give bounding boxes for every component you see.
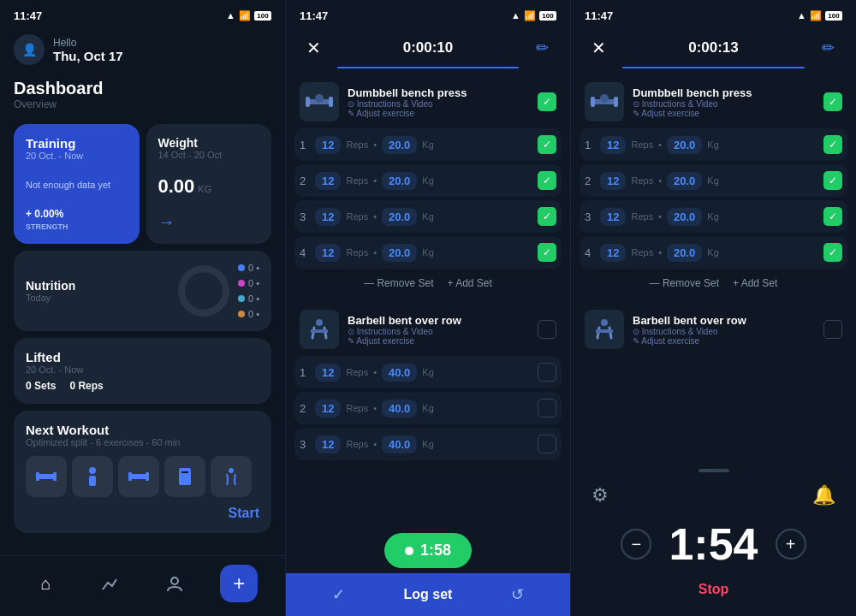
- nut-bar-2: 0 •: [238, 278, 259, 288]
- arrow-right-icon: →: [158, 212, 260, 232]
- dashboard-title: Dashboard: [14, 79, 271, 98]
- exercise-unchecked-2[interactable]: [538, 320, 556, 339]
- close-button-2[interactable]: ✕: [300, 34, 327, 62]
- workout-img-3: [118, 456, 159, 497]
- add-set-3-1[interactable]: + Add Set: [733, 277, 777, 289]
- lifted-title: Lifted: [26, 350, 259, 364]
- set-row-1-3: 3 12 Reps • 20.0 Kg ✓: [294, 200, 562, 233]
- status-icons-2: ▲ 📶 100: [511, 10, 556, 21]
- nav-chart-icon[interactable]: [92, 565, 129, 602]
- set-actions-1: — Remove Set + Add Set: [294, 272, 562, 296]
- weight-title: Weight: [158, 136, 260, 150]
- log-set-label[interactable]: Log set: [404, 587, 453, 602]
- log-history-icon[interactable]: ↺: [511, 585, 524, 604]
- panel-workout-timer: 11:47 ▲ 📶 100 ✕ 0:00:13 ✏: [571, 0, 856, 616]
- dashboard-section: Dashboard Overview: [0, 75, 285, 117]
- bell-icon[interactable]: 🔔: [812, 484, 835, 506]
- svg-rect-20: [614, 97, 618, 107]
- strength-badge: + 0.00% STRENGTH: [26, 208, 128, 232]
- panel-dashboard: 11:47 ▲ 📶 100 👤 Hello Thu, Oct 17 Dashbo…: [0, 0, 285, 616]
- workout-img-2: [72, 456, 113, 497]
- add-set-1[interactable]: + Add Set: [447, 277, 491, 289]
- svg-rect-0: [38, 474, 55, 479]
- edit-button-2[interactable]: ✏: [529, 34, 556, 62]
- timer-dot: [405, 547, 413, 555]
- time-3: 11:47: [585, 9, 613, 22]
- svg-rect-4: [89, 476, 96, 486]
- top-cards-row: Training 20 Oct. - Now Not enough data y…: [0, 117, 285, 251]
- set-row-1-4: 4 12 Reps • 20.0 Kg ✓: [294, 236, 562, 269]
- remove-set-1[interactable]: — Remove Set: [364, 277, 433, 289]
- log-set-bar: ✓ Log set ↺: [286, 573, 570, 616]
- set-check-3-1-3[interactable]: ✓: [823, 207, 842, 226]
- set-check-1-4[interactable]: ✓: [538, 243, 556, 262]
- exercise-info-3-2: Barbell bent over row ⊙ Instructions & V…: [633, 314, 815, 346]
- hello-label: Hello: [53, 37, 123, 49]
- remove-set-3-1[interactable]: — Remove Set: [650, 277, 719, 289]
- exercise-links-3-1: ⊙ Instructions & Video ✎ Adjust exercise: [633, 99, 815, 118]
- stop-button[interactable]: Stop: [585, 577, 842, 602]
- exercise-thumb-1: [300, 82, 339, 121]
- exercise-unchecked-3-2[interactable]: [823, 320, 842, 339]
- workout-scroll-3: Dumbbell bench press ⊙ Instructions & Vi…: [571, 75, 856, 460]
- set-check-2-1[interactable]: [538, 363, 556, 382]
- timer-minus-button[interactable]: −: [621, 529, 651, 560]
- set-check-2-2[interactable]: [538, 399, 556, 418]
- next-workout-card[interactable]: Next Workout Optimized split - 6 exercis…: [14, 411, 271, 533]
- wifi-icon-3: 📶: [810, 10, 822, 21]
- svg-point-22: [601, 319, 608, 326]
- exercise-block-3-1: Dumbbell bench press ⊙ Instructions & Vi…: [580, 75, 847, 296]
- gear-icon[interactable]: ⚙: [591, 484, 609, 506]
- svg-rect-8: [179, 468, 191, 485]
- svg-rect-19: [591, 97, 595, 107]
- workout-header-3: ✕ 0:00:13 ✏: [571, 27, 856, 67]
- close-button-3[interactable]: ✕: [585, 34, 612, 62]
- exercise-name-3-1: Dumbbell bench press: [633, 86, 815, 99]
- exercise-header-2: Barbell bent over row ⊙ Instructions & V…: [294, 303, 562, 356]
- nav-profile-icon[interactable]: [156, 565, 193, 602]
- set-actions-3-1: — Remove Set + Add Set: [580, 272, 847, 296]
- set-check-2-3[interactable]: [538, 435, 556, 453]
- nut-bar-4: 0 •: [238, 309, 259, 319]
- header-text: Hello Thu, Oct 17: [53, 37, 123, 63]
- weight-card[interactable]: Weight 14 Oct - 20 Oct 0.00 KG →: [146, 124, 272, 244]
- lifted-stats: 0 Sets 0 Reps: [26, 380, 259, 392]
- exercise-checked-1[interactable]: ✓: [538, 92, 556, 111]
- weight-subtitle: 14 Oct - 20 Oct: [158, 150, 260, 160]
- set-row-3-1-2: 2 12 Reps • 20.0 Kg ✓: [580, 164, 847, 197]
- set-check-1-2[interactable]: ✓: [538, 171, 556, 190]
- set-check-3-1-1[interactable]: ✓: [823, 135, 842, 154]
- nav-home-icon[interactable]: ⌂: [27, 565, 65, 602]
- nav-plus-button[interactable]: +: [220, 565, 258, 602]
- exercise-thumb-3-1: [585, 82, 624, 121]
- training-subtitle: 20 Oct. - Now: [26, 151, 128, 161]
- timer-pill[interactable]: 1:58: [384, 533, 472, 568]
- timer-plus-button[interactable]: +: [776, 529, 806, 560]
- exercise-block-1: Dumbbell bench press ⊙ Instructions & Vi…: [294, 75, 562, 296]
- nutrition-card[interactable]: Nutrition Today 0 • 0 • 0 • 0 •: [14, 251, 271, 331]
- set-check-3-1-4[interactable]: ✓: [823, 243, 842, 262]
- signal-icon-2: ▲: [511, 10, 520, 21]
- nutrition-donut: [178, 265, 229, 317]
- set-check-3-1-2[interactable]: ✓: [823, 171, 842, 190]
- set-check-1-3[interactable]: ✓: [538, 207, 556, 226]
- svg-rect-2: [53, 472, 56, 481]
- set-row-3-1-4: 4 12 Reps • 20.0 Kg ✓: [580, 236, 847, 269]
- exercise-checked-3-1[interactable]: ✓: [823, 92, 842, 111]
- nut-bar-1: 0 •: [238, 263, 259, 273]
- training-card[interactable]: Training 20 Oct. - Now Not enough data y…: [14, 124, 140, 244]
- start-button[interactable]: Start: [26, 506, 259, 521]
- wifi-icon: 📶: [239, 10, 251, 21]
- set-check-1-1[interactable]: ✓: [538, 135, 556, 154]
- workout-timer-2: 0:00:10: [403, 39, 454, 56]
- exercise-info-1: Dumbbell bench press ⊙ Instructions & Vi…: [348, 86, 529, 118]
- exercise-header-3-2: Barbell bent over row ⊙ Instructions & V…: [580, 303, 847, 356]
- lifted-card[interactable]: Lifted 20 Oct. - Now 0 Sets 0 Reps: [14, 338, 271, 404]
- training-title: Training: [26, 136, 128, 151]
- lifted-sets: 0 Sets: [26, 380, 56, 392]
- next-workout-subtitle: Optimized split - 6 exercises - 60 min: [26, 437, 259, 447]
- status-bar-1: 11:47 ▲ 📶 100: [0, 0, 285, 27]
- edit-button-3[interactable]: ✏: [815, 34, 842, 62]
- next-workout-title: Next Workout: [26, 423, 259, 437]
- set-row-2-2: 2 12 Reps • 40.0 Kg: [294, 392, 562, 424]
